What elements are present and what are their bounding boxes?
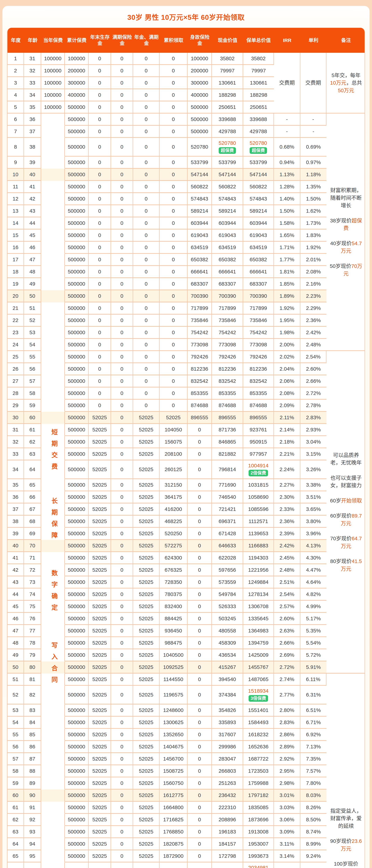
- cell-total-policy-value: 35802: [243, 53, 274, 65]
- cell-maturity-benefit: 0: [111, 181, 133, 193]
- cell-total-policy-value: 15189343倍保费: [243, 686, 274, 705]
- cell-maturity-benefit: 0: [111, 649, 133, 661]
- cell-annual-premium: [41, 242, 65, 254]
- cell-maturity-benefit: 0: [111, 217, 133, 229]
- cell-cash-value: 666641: [212, 266, 243, 278]
- cell-maturity-benefit: 0: [111, 157, 133, 169]
- cell-survival-benefit: 0: [89, 101, 111, 114]
- cell-irr: 2.57%: [274, 601, 301, 613]
- cell-cash-value: 634519: [212, 242, 243, 254]
- cell-irr: 1.50%: [274, 205, 301, 217]
- cell-irr: 1.85%: [274, 278, 301, 290]
- table-row-year-42: 4272500000520250520256763250597656122195…: [7, 564, 365, 576]
- cell-cash-value: 35802: [212, 53, 243, 65]
- cell-cumulative-premium: 500000: [65, 717, 89, 729]
- cell-simple-interest: 4.64%: [301, 576, 326, 589]
- cell-maturity-benefit: 0: [111, 814, 133, 826]
- cell-cumulative-premium: 500000: [65, 613, 89, 625]
- cell-annuity-maturity: 0: [133, 126, 160, 138]
- highlight-value: 1004914: [248, 462, 268, 469]
- cell-cumulative-premium: 500000: [65, 686, 89, 705]
- cell-annual-premium: [41, 826, 65, 838]
- cell-death-benefit: 560822: [188, 181, 212, 193]
- cell-age: 54: [24, 339, 41, 351]
- cell-annuity-maturity: 0: [133, 101, 160, 114]
- cell-year: 16: [7, 242, 24, 254]
- cell-cumulative-received: 1924925: [160, 863, 188, 868]
- cell-cumulative-received: 884425: [160, 613, 188, 625]
- cell-maturity-benefit: 0: [111, 564, 133, 576]
- col-header-4: 累计保费: [65, 28, 89, 53]
- cell-annuity-maturity: 0: [133, 351, 160, 363]
- cell-survival-benefit: 52025: [89, 729, 111, 741]
- cell-year: 14: [7, 217, 24, 229]
- remarks-block: 财富积累期，随着时间不断增长38岁现价超保费40岁现价54.7万元50岁现价70…: [326, 114, 365, 351]
- cell-cash-value: 646633: [212, 540, 243, 552]
- remark-text: 5年交，每年10万元，总共50万元: [329, 71, 363, 94]
- cell-cash-value: 746540: [212, 491, 243, 503]
- cell-cash-value: 574843: [212, 193, 243, 205]
- cell-survival-benefit: 52025: [89, 826, 111, 838]
- cell-survival-benefit: 52025: [89, 753, 111, 765]
- cell-annuity-maturity: 52025: [133, 777, 160, 789]
- cell-annual-premium: [41, 491, 65, 503]
- cell-irr: 2.45%: [274, 552, 301, 564]
- cell-death-benefit: 0: [188, 814, 212, 826]
- cell-irr: 2.09%: [274, 400, 301, 412]
- col-header-12: IRR: [274, 28, 301, 53]
- cell-annuity-maturity: 52025: [133, 649, 160, 661]
- cell-death-benefit: 0: [188, 729, 212, 741]
- table-row-year-43: 4373500000520250520257283500573559124988…: [7, 576, 365, 589]
- remarks-block: 指定受益人，财富传承，爱的延续90岁现价23.6万元100岁现价12.4万元: [326, 674, 365, 868]
- cell-annuity-maturity: 0: [133, 290, 160, 302]
- cell-total-policy-value: 1249884: [243, 576, 274, 589]
- cell-cumulative-premium: 500000: [65, 576, 89, 589]
- cell-total-policy-value: 1759988: [243, 777, 274, 789]
- cell-cumulative-received: 1300625: [160, 717, 188, 729]
- cell-cumulative-received: 1560750: [160, 777, 188, 789]
- cell-cumulative-premium: 500000: [65, 157, 89, 169]
- cell-annuity-maturity: 52025: [133, 729, 160, 741]
- table-row-year-26: 265650000000008122368122368122362.04%2.6…: [7, 363, 365, 375]
- remarks-block: 可以品质养老，无忧晚年也可以支援子女，财富接力60岁开始领取60岁现价89.7万…: [326, 351, 365, 674]
- cell-cumulative-premium: 500000: [65, 552, 89, 564]
- cell-annual-premium: [41, 424, 65, 436]
- cell-annuity-maturity: 0: [133, 375, 160, 388]
- cell-death-benefit: 896555: [188, 412, 212, 424]
- cell-annual-premium: [41, 193, 65, 205]
- cell-simple-interest: 6.71%: [301, 717, 326, 729]
- cell-total-policy-value: 1058690: [243, 491, 274, 503]
- cell-simple-interest: 8.99%: [301, 838, 326, 850]
- col-header-9: 身故保险金: [188, 28, 212, 53]
- cell-year: 17: [7, 254, 24, 266]
- cell-survival-benefit: 52025: [89, 613, 111, 625]
- cell-death-benefit: 0: [188, 802, 212, 814]
- cell-maturity-benefit: 0: [111, 460, 133, 479]
- cell-simple-interest: 6.31%: [301, 686, 326, 705]
- cell-maturity-benefit: 0: [111, 388, 133, 400]
- cell-cumulative-received: 0: [160, 302, 188, 315]
- cell-annuity-maturity: 52025: [133, 802, 160, 814]
- cell-cumulative-received: 0: [160, 254, 188, 266]
- cell-death-benefit: 666641: [188, 266, 212, 278]
- cell-cash-value: 526333: [212, 601, 243, 613]
- cell-year: 55: [7, 729, 24, 741]
- table-header-row: 年度年龄当年保费累计保费年末生存金满期保险金年金、满期金累积领取身故保险金现金价…: [7, 28, 365, 53]
- cell-cumulative-received: 0: [160, 229, 188, 242]
- cell-cumulative-received: 676325: [160, 564, 188, 576]
- cell-death-benefit: 832542: [188, 375, 212, 388]
- table-row-year-24: 245450000000007730987730987730982.00%2.4…: [7, 339, 365, 351]
- cell-maturity-benefit: 0: [111, 363, 133, 375]
- cell-cash-value: 184157: [212, 838, 243, 850]
- col-header-5: 年末生存金: [89, 28, 111, 53]
- cell-maturity-benefit: 0: [111, 838, 133, 850]
- cell-annuity-maturity: 0: [133, 169, 160, 181]
- cell-annual-premium: [41, 540, 65, 552]
- cell-annual-premium: [41, 217, 65, 229]
- cell-death-benefit: 683307: [188, 278, 212, 290]
- cell-annual-premium: [41, 266, 65, 278]
- cell-maturity-benefit: 0: [111, 674, 133, 686]
- cell-year: 38: [7, 516, 24, 528]
- cell-maturity-benefit: 0: [111, 753, 133, 765]
- table-row-year-54: 5484500000520250520251300625033589315844…: [7, 717, 365, 729]
